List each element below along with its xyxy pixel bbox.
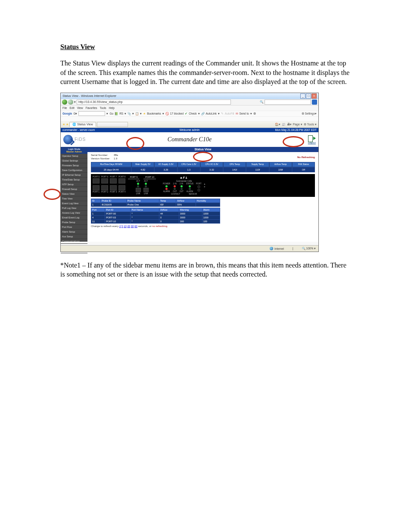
tab-strip: ★ ★ 🌐 Status View 🏠▾ 📰 🖶▾ Page ▾ ⚙ Tools… bbox=[61, 121, 318, 128]
zoom-level[interactable]: 🔍 100% ▾ bbox=[302, 247, 316, 250]
device-front-panel: PORT 5 PORT 6 PORT 7 PORT 8 PORT 1 PORT … bbox=[91, 174, 315, 197]
home-icon[interactable]: 🏠▾ bbox=[275, 123, 280, 126]
port-table: Port Port ID Port Name Airflow Warning A… bbox=[91, 208, 220, 224]
sidebar-item[interactable]: Access Log View bbox=[61, 211, 87, 215]
annotation-circle-icon bbox=[44, 189, 61, 200]
window-controls[interactable]: _□× bbox=[300, 93, 317, 99]
back-icon[interactable] bbox=[62, 100, 67, 105]
datetime-label: Mon May 21 04:28:PM 2007 EDT bbox=[275, 128, 317, 131]
menu-edit[interactable]: Edit bbox=[69, 106, 74, 109]
table-row: 4PORT-03*030001000 bbox=[91, 215, 220, 219]
probe-table: ID Probe ID Probe Name Temp Airflow Humi… bbox=[91, 199, 220, 207]
maximize-icon[interactable]: □ bbox=[306, 93, 311, 99]
logout-icon bbox=[308, 135, 316, 141]
product-title: Commander C10e bbox=[168, 136, 212, 143]
refresh-link[interactable]: 5 bbox=[121, 225, 123, 227]
note-paragraph: *Note1 – If any of the sidebar menu item… bbox=[60, 261, 351, 279]
favorites-star-icon[interactable]: ★ bbox=[62, 123, 65, 126]
search-go-icon[interactable] bbox=[312, 100, 317, 105]
panel-brand: afi bbox=[163, 176, 205, 180]
sidebar-item[interactable]: Port Flow bbox=[61, 225, 87, 230]
refresh-link[interactable]: 2 bbox=[119, 225, 121, 227]
login-mode-badge: Login Mode Master Admin bbox=[61, 147, 87, 154]
metrics-value-row: 25 days 04:44 4.82 3.29 1.3 3.32 141f 11… bbox=[91, 167, 315, 172]
brand-text: FiDS bbox=[75, 137, 86, 142]
feeds-icon[interactable]: 📰 bbox=[282, 123, 286, 126]
address-bar-row: ▾ http://10.4.36.55/view_status.php 🔍 bbox=[61, 99, 318, 106]
menu-help[interactable]: Help bbox=[109, 106, 115, 109]
page-menu[interactable]: Page ▾ bbox=[293, 123, 302, 126]
metrics-header-row: RunTime Days HH:MM Main Supply 5V I/O Su… bbox=[91, 162, 315, 167]
print-icon[interactable]: 🖶▾ bbox=[287, 123, 292, 126]
menu-tools[interactable]: Tools bbox=[100, 106, 106, 109]
app-banner: FiDS Commander C10e Logout bbox=[61, 132, 318, 147]
hostname-label: commander - server-room bbox=[62, 128, 95, 131]
refresh-link[interactable]: 20 bbox=[127, 225, 130, 227]
window-titlebar: Status View - Windows Internet Explorer … bbox=[61, 93, 318, 99]
sidebar-item[interactable]: Operator Setup bbox=[61, 154, 87, 159]
search-input[interactable] bbox=[265, 100, 311, 105]
app-subheader: commander - server-room Welcome admin Mo… bbox=[61, 128, 318, 132]
sidebar-item[interactable]: Status View bbox=[61, 192, 87, 196]
section-heading: Status View bbox=[60, 43, 351, 51]
intro-paragraph: The Status View displays the current rea… bbox=[60, 59, 351, 87]
browser-tab[interactable]: 🌐 Status View bbox=[69, 122, 96, 127]
table-row: 11PORT-10*0300100 bbox=[91, 219, 220, 223]
google-go-button[interactable]: Go bbox=[109, 112, 113, 115]
sidebar-item[interactable]: Poll Log View bbox=[61, 206, 87, 211]
sidebar-nav: Login Mode Master Admin Operator Setup G… bbox=[61, 147, 87, 242]
no-refresh-link[interactable]: no refreshing bbox=[152, 225, 167, 227]
welcome-label: Welcome admin bbox=[180, 128, 199, 131]
sidebar-item[interactable]: Alarm Setup bbox=[61, 230, 87, 234]
sidebar-item[interactable]: Firewall Setup bbox=[61, 187, 87, 192]
menu-bar[interactable]: File Edit View Favorites Tools Help bbox=[61, 106, 318, 111]
table-row: 1 8C5E609 Probe One 65f 55% bbox=[91, 202, 220, 206]
brand-logo-icon bbox=[63, 135, 73, 144]
refresh-link[interactable]: 10 bbox=[124, 225, 127, 227]
refresh-link[interactable]: 30 bbox=[131, 225, 134, 227]
menu-favorites[interactable]: Favorites bbox=[86, 106, 97, 109]
google-toolbar: Google G▾ ▾ Go 📗RS▾ 📎▾ 📋▾ ★Bookmarks▾ 🚫1… bbox=[61, 111, 318, 117]
tools-menu[interactable]: ⚙ Tools ▾ bbox=[304, 123, 317, 126]
browser-status-bar: Internet | 🔍 100% ▾ bbox=[61, 245, 318, 252]
screenshot-figure: Status View - Windows Internet Explorer … bbox=[60, 93, 319, 252]
sidebar-item[interactable]: Tree View bbox=[61, 196, 87, 201]
google-settings-button[interactable]: ⚙ Settings▾ bbox=[302, 112, 317, 115]
sidebar-item[interactable]: Email Event Log bbox=[61, 215, 87, 220]
sidebar-item[interactable]: Communications bbox=[61, 239, 87, 244]
address-input[interactable]: http://10.4.36.55/view_status.php bbox=[77, 100, 231, 105]
internet-zone: Internet bbox=[270, 247, 284, 250]
refresh-options: Change to refresh every 2 5 10 20 30 60 … bbox=[91, 225, 315, 227]
search-engine-label: 🔍 bbox=[260, 100, 264, 104]
sidebar-item[interactable]: Firmware Setup bbox=[61, 163, 87, 168]
main-panel: Status View Serial Number: ffffe Version… bbox=[87, 147, 318, 242]
sidebar-item[interactable]: Time/Date Setup bbox=[61, 177, 87, 182]
sidebar-item[interactable]: Event Log View bbox=[61, 201, 87, 206]
status-view-bar: Status View bbox=[87, 147, 318, 152]
device-info: Serial Number: ffffe Version Number: 1.9 bbox=[91, 154, 118, 161]
add-favorite-icon[interactable]: ★ bbox=[66, 123, 68, 126]
minimize-icon[interactable]: _ bbox=[300, 93, 305, 99]
sidebar-item[interactable]: Aux Setup bbox=[61, 234, 87, 239]
window-title: Status View - Windows Internet Explorer bbox=[62, 94, 116, 97]
google-logo: Google bbox=[62, 112, 72, 115]
refresh-link[interactable]: 60 bbox=[134, 225, 137, 227]
table-row: 1PORT-00*4430001000 bbox=[91, 212, 220, 215]
new-tab-button[interactable] bbox=[97, 122, 128, 127]
forward-icon[interactable] bbox=[68, 100, 73, 105]
sidebar-item[interactable]: Global Settings bbox=[61, 159, 87, 163]
sidebar-item[interactable]: Save Configuration bbox=[61, 168, 87, 173]
menu-file[interactable]: File bbox=[62, 106, 67, 109]
menu-view[interactable]: View bbox=[77, 106, 83, 109]
sidebar-item[interactable]: Probe Setup bbox=[61, 220, 87, 225]
sidebar-item[interactable]: NTP Setup bbox=[61, 182, 87, 187]
close-icon[interactable]: × bbox=[311, 93, 317, 99]
google-search-input[interactable] bbox=[78, 111, 105, 116]
logout-button[interactable]: Logout bbox=[308, 135, 316, 144]
refresh-status: No Refreshing bbox=[297, 156, 315, 159]
sidebar-item[interactable]: IP Ethernet Setup bbox=[61, 173, 87, 177]
